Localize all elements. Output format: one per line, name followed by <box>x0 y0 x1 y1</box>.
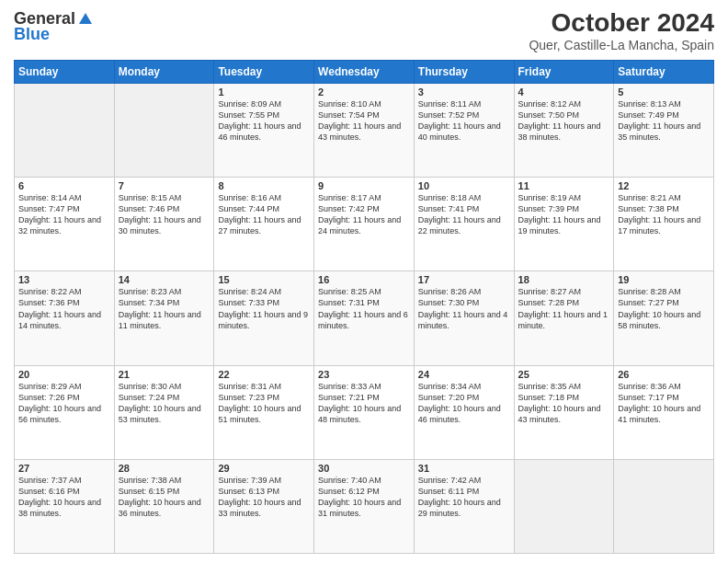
day-number: 6 <box>18 180 110 191</box>
weekday-header-tuesday: Tuesday <box>214 60 314 83</box>
location-subtitle: Quer, Castille-La Mancha, Spain <box>529 38 714 52</box>
cell-info: Sunrise: 8:24 AMSunset: 7:33 PMDaylight:… <box>218 286 310 331</box>
day-number: 10 <box>418 180 510 191</box>
calendar-cell: 6Sunrise: 8:14 AMSunset: 7:47 PMDaylight… <box>15 178 115 271</box>
calendar-cell: 29Sunrise: 7:39 AMSunset: 6:13 PMDayligh… <box>214 459 314 553</box>
day-number: 20 <box>18 369 110 380</box>
calendar-cell: 20Sunrise: 8:29 AMSunset: 7:26 PMDayligh… <box>15 365 115 459</box>
calendar-week-row: 1Sunrise: 8:09 AMSunset: 7:55 PMDaylight… <box>15 83 714 177</box>
calendar-cell: 31Sunrise: 7:42 AMSunset: 6:11 PMDayligh… <box>414 459 514 553</box>
weekday-header-row: SundayMondayTuesdayWednesdayThursdayFrid… <box>15 60 714 83</box>
cell-info: Sunrise: 8:16 AMSunset: 7:44 PMDaylight:… <box>218 192 310 237</box>
cell-info: Sunrise: 8:26 AMSunset: 7:30 PMDaylight:… <box>418 286 510 331</box>
calendar-cell <box>114 83 214 177</box>
cell-info: Sunrise: 8:19 AMSunset: 7:39 PMDaylight:… <box>518 192 610 237</box>
cell-info: Sunrise: 8:21 AMSunset: 7:38 PMDaylight:… <box>618 192 710 237</box>
cell-info: Sunrise: 8:10 AMSunset: 7:54 PMDaylight:… <box>318 98 410 144</box>
weekday-header-friday: Friday <box>514 60 614 83</box>
day-number: 13 <box>18 274 110 285</box>
calendar-cell: 4Sunrise: 8:12 AMSunset: 7:50 PMDaylight… <box>514 83 614 177</box>
calendar-table: SundayMondayTuesdayWednesdayThursdayFrid… <box>14 60 714 554</box>
cell-info: Sunrise: 7:38 AMSunset: 6:15 PMDaylight:… <box>119 475 210 520</box>
day-number: 7 <box>119 180 210 191</box>
calendar-cell: 14Sunrise: 8:23 AMSunset: 7:34 PMDayligh… <box>114 271 214 365</box>
cell-info: Sunrise: 8:36 AMSunset: 7:17 PMDaylight:… <box>618 381 710 426</box>
calendar-week-row: 27Sunrise: 7:37 AMSunset: 6:16 PMDayligh… <box>15 459 714 553</box>
day-number: 4 <box>518 86 610 98</box>
day-number: 18 <box>518 274 610 285</box>
day-number: 24 <box>418 369 510 380</box>
calendar-cell: 24Sunrise: 8:34 AMSunset: 7:20 PMDayligh… <box>414 365 514 459</box>
cell-info: Sunrise: 8:09 AMSunset: 7:55 PMDaylight:… <box>218 98 310 144</box>
cell-info: Sunrise: 8:11 AMSunset: 7:52 PMDaylight:… <box>418 98 510 144</box>
day-number: 14 <box>119 274 210 285</box>
weekday-header-sunday: Sunday <box>15 60 115 83</box>
calendar-cell: 18Sunrise: 8:27 AMSunset: 7:28 PMDayligh… <box>514 271 614 365</box>
cell-info: Sunrise: 7:39 AMSunset: 6:13 PMDaylight:… <box>218 475 310 520</box>
day-number: 29 <box>218 463 310 474</box>
cell-info: Sunrise: 8:13 AMSunset: 7:49 PMDaylight:… <box>618 98 710 144</box>
day-number: 5 <box>618 86 710 98</box>
header: General Blue October 2024 Quer, Castille… <box>14 9 714 52</box>
calendar-cell: 26Sunrise: 8:36 AMSunset: 7:17 PMDayligh… <box>614 365 714 459</box>
calendar-cell: 23Sunrise: 8:33 AMSunset: 7:21 PMDayligh… <box>314 365 415 459</box>
calendar-cell: 13Sunrise: 8:22 AMSunset: 7:36 PMDayligh… <box>15 271 115 365</box>
calendar-cell: 28Sunrise: 7:38 AMSunset: 6:15 PMDayligh… <box>114 459 214 553</box>
day-number: 27 <box>18 463 110 474</box>
svg-marker-0 <box>79 13 92 24</box>
calendar-cell: 25Sunrise: 8:35 AMSunset: 7:18 PMDayligh… <box>514 365 614 459</box>
calendar-cell: 3Sunrise: 8:11 AMSunset: 7:52 PMDaylight… <box>414 83 514 177</box>
cell-info: Sunrise: 8:27 AMSunset: 7:28 PMDaylight:… <box>518 286 610 331</box>
day-number: 21 <box>119 369 210 380</box>
calendar-week-row: 6Sunrise: 8:14 AMSunset: 7:47 PMDaylight… <box>15 178 714 271</box>
title-section: October 2024 Quer, Castille-La Mancha, S… <box>529 9 714 52</box>
day-number: 11 <box>518 180 610 191</box>
calendar-cell: 19Sunrise: 8:28 AMSunset: 7:27 PMDayligh… <box>614 271 714 365</box>
day-number: 1 <box>218 86 310 98</box>
calendar-cell: 5Sunrise: 8:13 AMSunset: 7:49 PMDaylight… <box>614 83 714 177</box>
calendar-cell: 2Sunrise: 8:10 AMSunset: 7:54 PMDaylight… <box>314 83 415 177</box>
calendar-week-row: 13Sunrise: 8:22 AMSunset: 7:36 PMDayligh… <box>15 271 714 365</box>
calendar-cell: 8Sunrise: 8:16 AMSunset: 7:44 PMDaylight… <box>214 178 314 271</box>
calendar-cell: 9Sunrise: 8:17 AMSunset: 7:42 PMDaylight… <box>314 178 415 271</box>
calendar-cell <box>614 459 714 553</box>
day-number: 25 <box>518 369 610 380</box>
cell-info: Sunrise: 8:25 AMSunset: 7:31 PMDaylight:… <box>318 286 410 331</box>
day-number: 17 <box>418 274 510 285</box>
logo-blue: Blue <box>14 25 50 44</box>
cell-info: Sunrise: 7:37 AMSunset: 6:16 PMDaylight:… <box>18 475 110 520</box>
day-number: 19 <box>618 274 710 285</box>
day-number: 12 <box>618 180 710 191</box>
day-number: 15 <box>218 274 310 285</box>
calendar-cell: 10Sunrise: 8:18 AMSunset: 7:41 PMDayligh… <box>414 178 514 271</box>
day-number: 16 <box>318 274 410 285</box>
cell-info: Sunrise: 8:29 AMSunset: 7:26 PMDaylight:… <box>18 381 110 426</box>
cell-info: Sunrise: 8:35 AMSunset: 7:18 PMDaylight:… <box>518 381 610 426</box>
cell-info: Sunrise: 8:22 AMSunset: 7:36 PMDaylight:… <box>18 286 110 331</box>
calendar-cell: 16Sunrise: 8:25 AMSunset: 7:31 PMDayligh… <box>314 271 415 365</box>
day-number: 9 <box>318 180 410 191</box>
logo-icon <box>77 11 94 28</box>
day-number: 22 <box>218 369 310 380</box>
weekday-header-wednesday: Wednesday <box>314 60 415 83</box>
calendar-cell: 12Sunrise: 8:21 AMSunset: 7:38 PMDayligh… <box>614 178 714 271</box>
calendar-cell: 1Sunrise: 8:09 AMSunset: 7:55 PMDaylight… <box>214 83 314 177</box>
calendar-cell: 15Sunrise: 8:24 AMSunset: 7:33 PMDayligh… <box>214 271 314 365</box>
cell-info: Sunrise: 8:15 AMSunset: 7:46 PMDaylight:… <box>119 192 210 237</box>
cell-info: Sunrise: 8:30 AMSunset: 7:24 PMDaylight:… <box>119 381 210 426</box>
weekday-header-monday: Monday <box>114 60 214 83</box>
day-number: 28 <box>119 463 210 474</box>
cell-info: Sunrise: 8:12 AMSunset: 7:50 PMDaylight:… <box>518 98 610 144</box>
cell-info: Sunrise: 8:31 AMSunset: 7:23 PMDaylight:… <box>218 381 310 426</box>
day-number: 31 <box>418 463 510 474</box>
day-number: 3 <box>418 86 510 98</box>
weekday-header-saturday: Saturday <box>614 60 714 83</box>
calendar-cell: 30Sunrise: 7:40 AMSunset: 6:12 PMDayligh… <box>314 459 415 553</box>
cell-info: Sunrise: 8:23 AMSunset: 7:34 PMDaylight:… <box>119 286 210 331</box>
calendar-cell <box>514 459 614 553</box>
calendar-cell: 11Sunrise: 8:19 AMSunset: 7:39 PMDayligh… <box>514 178 614 271</box>
cell-info: Sunrise: 8:33 AMSunset: 7:21 PMDaylight:… <box>318 381 410 426</box>
calendar-cell: 21Sunrise: 8:30 AMSunset: 7:24 PMDayligh… <box>114 365 214 459</box>
page: General Blue October 2024 Quer, Castille… <box>0 0 728 563</box>
calendar-week-row: 20Sunrise: 8:29 AMSunset: 7:26 PMDayligh… <box>15 365 714 459</box>
